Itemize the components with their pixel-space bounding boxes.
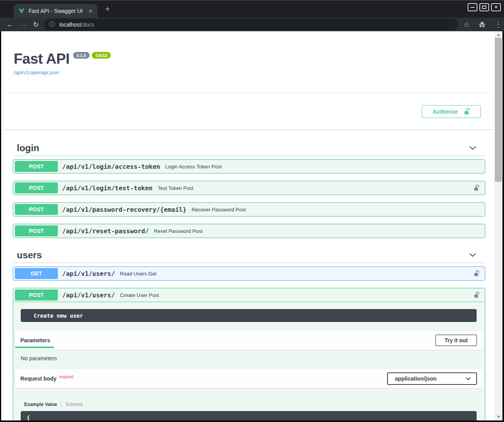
scroll-down-arrow[interactable] bbox=[494, 414, 502, 420]
reload-button[interactable]: ↻ bbox=[31, 18, 41, 31]
method-badge: POST bbox=[15, 204, 58, 215]
page-title: Fast API bbox=[14, 52, 70, 66]
operation-path: /api/v1/login/test-token bbox=[62, 184, 152, 192]
close-tab-icon[interactable]: ✕ bbox=[88, 8, 93, 14]
no-parameters-text: No parameters bbox=[13, 350, 485, 369]
auth-lock-button[interactable] bbox=[474, 291, 480, 299]
bookmark-star-icon[interactable]: ☆ bbox=[463, 20, 470, 29]
maximize-button[interactable] bbox=[479, 3, 489, 11]
operation-path: /api/v1/users/ bbox=[62, 291, 115, 299]
menu-icon[interactable]: ⋮ bbox=[495, 20, 502, 29]
chevron-down-icon[interactable] bbox=[469, 253, 477, 257]
close-window-button[interactable]: ✕ bbox=[491, 3, 501, 11]
browser-toolbar: ← → ↻ ⓘ localhost/docs ☆ ⋮ bbox=[0, 18, 504, 31]
tab-divider bbox=[61, 402, 61, 407]
parameters-header: Parameters Try it out bbox=[15, 331, 483, 350]
request-body-label: Request body bbox=[20, 376, 57, 382]
api-info: Fast API 0.1.0 OAS3 /api/v1/openapi.json bbox=[14, 31, 485, 76]
operation-path: /api/v1/reset-password/ bbox=[62, 227, 149, 235]
section-header-login[interactable]: login bbox=[13, 140, 485, 156]
unlock-icon bbox=[464, 108, 470, 116]
minimize-button[interactable] bbox=[468, 3, 477, 11]
operation-row-login-access-token[interactable]: POST /api/v1/login/access-token Login Ac… bbox=[13, 159, 485, 173]
operation-path: /api/v1/password-recovery/{email} bbox=[62, 206, 187, 213]
parameters-label: Parameters bbox=[20, 337, 50, 343]
scrollbar-thumb[interactable] bbox=[495, 38, 502, 182]
openapi-spec-link[interactable]: /api/v1/openapi.json bbox=[14, 70, 59, 75]
browser-window: Fast API - Swagger UI ✕ + ✕ ← → ↻ ⓘ loca… bbox=[0, 0, 504, 422]
section-title: users bbox=[17, 250, 42, 261]
address-bar[interactable]: ⓘ localhost/docs bbox=[44, 19, 458, 30]
incognito-icon bbox=[478, 21, 486, 28]
scroll-up-arrow[interactable] bbox=[494, 32, 502, 38]
favicon-icon bbox=[18, 8, 25, 14]
content-type-select[interactable]: application/json bbox=[387, 372, 477, 385]
operation-row-read-users[interactable]: GET /api/v1/users/ Read Users Get bbox=[13, 266, 485, 281]
scheme-container: Authorize bbox=[4, 93, 493, 129]
tab-schema[interactable]: Schema bbox=[65, 402, 83, 407]
new-tab-button[interactable]: + bbox=[102, 4, 113, 14]
operation-summary: Recover Password Post bbox=[192, 207, 246, 213]
method-badge: POST bbox=[15, 182, 58, 193]
operation-summary: Reset Password Post bbox=[154, 228, 203, 234]
operation-summary: Test Token Post bbox=[158, 185, 194, 191]
toolbar-right-icons: ☆ ⋮ bbox=[463, 18, 502, 31]
site-info-icon[interactable]: ⓘ bbox=[49, 21, 55, 28]
authorize-label: Authorize bbox=[432, 109, 458, 115]
active-tab-underline bbox=[15, 347, 54, 348]
operation-row-reset-password[interactable]: POST /api/v1/reset-password/ Reset Passw… bbox=[13, 224, 485, 238]
operation-row-password-recovery[interactable]: POST /api/v1/password-recovery/{email} R… bbox=[13, 202, 485, 216]
back-button[interactable]: ← bbox=[5, 18, 15, 31]
operation-path: /api/v1/login/access-token bbox=[62, 163, 160, 170]
operation-path: /api/v1/users/ bbox=[62, 270, 115, 277]
example-code-block: { bbox=[21, 411, 477, 420]
try-it-out-button[interactable]: Try it out bbox=[435, 334, 477, 346]
content-type-value: application/json bbox=[395, 376, 437, 382]
oas3-badge: OAS3 bbox=[92, 52, 111, 59]
chevron-down-icon[interactable] bbox=[469, 146, 477, 150]
minimize-icon bbox=[470, 7, 475, 8]
operation-description: Create new user bbox=[21, 309, 477, 322]
operation-summary: Read Users Get bbox=[120, 271, 156, 277]
request-body-header: Request body required application/json bbox=[15, 369, 483, 388]
forward-button[interactable]: → bbox=[18, 18, 28, 31]
method-badge: GET bbox=[15, 268, 58, 279]
version-badge: 0.1.0 bbox=[73, 52, 90, 59]
url-host: localhost bbox=[59, 21, 81, 28]
section-users: users GET /api/v1/users/ Read Users Get bbox=[13, 247, 485, 420]
operation-summary: Login Access Token Post bbox=[165, 164, 221, 170]
maximize-icon bbox=[482, 5, 486, 9]
tab-example-value[interactable]: Example Value bbox=[24, 402, 57, 407]
page-scrollbar[interactable] bbox=[494, 31, 502, 420]
authorize-button[interactable]: Authorize bbox=[422, 105, 481, 118]
window-controls: ✕ bbox=[468, 3, 501, 11]
section-header-users[interactable]: users bbox=[13, 247, 485, 263]
section-login: login POST /api/v1/login/access-token Lo… bbox=[13, 140, 485, 238]
operation-row-login-test-token[interactable]: POST /api/v1/login/test-token Test Token… bbox=[13, 181, 485, 195]
tab-bar: Fast API - Swagger UI ✕ + ✕ bbox=[0, 0, 504, 18]
auth-lock-button[interactable] bbox=[474, 184, 480, 192]
swagger-page: Fast API 0.1.0 OAS3 /api/v1/openapi.json… bbox=[1, 31, 494, 420]
chevron-down-icon bbox=[466, 377, 471, 380]
method-badge: POST bbox=[15, 225, 58, 236]
operation-block-create-user: POST /api/v1/users/ Create User Post Cre… bbox=[13, 288, 485, 420]
browser-tab[interactable]: Fast API - Swagger UI ✕ bbox=[14, 4, 97, 18]
method-badge: POST bbox=[15, 290, 58, 300]
url-path: /docs bbox=[81, 21, 94, 28]
section-title: login bbox=[17, 143, 39, 154]
auth-lock-button[interactable] bbox=[474, 270, 480, 277]
model-example-area: Example Value Schema { bbox=[13, 388, 485, 420]
method-badge: POST bbox=[15, 161, 58, 172]
required-badge: required bbox=[59, 375, 74, 379]
operation-row-create-user[interactable]: POST /api/v1/users/ Create User Post bbox=[13, 288, 485, 302]
operation-summary: Create User Post bbox=[120, 292, 159, 298]
tab-title: Fast API - Swagger UI bbox=[29, 8, 88, 14]
